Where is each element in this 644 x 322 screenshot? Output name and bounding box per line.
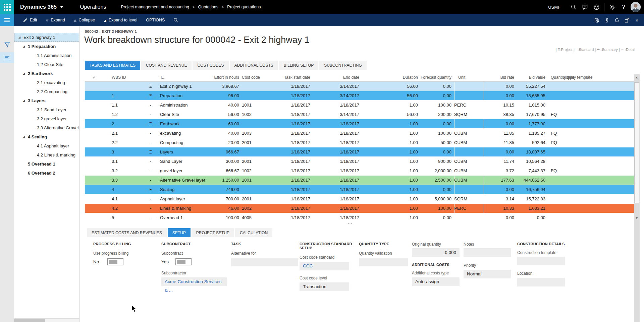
tree-item[interactable]: ◢1 Preparation: [14, 42, 79, 51]
cell-dur[interactable]: 1.00: [362, 129, 421, 138]
cell-wbs[interactable]: 2.1: [104, 129, 144, 138]
cell-fq[interactable]: 0.00: [421, 185, 454, 194]
cell-check[interactable]: [85, 129, 104, 138]
cell-qt[interactable]: [548, 194, 563, 204]
cell-value[interactable]: 17,670.95: [517, 110, 548, 119]
cell-end[interactable]: 3/14/2017: [313, 91, 362, 101]
cell-dur[interactable]: 1.00: [362, 185, 421, 194]
cell-type[interactable]: Ξ: [144, 185, 157, 194]
cell-value[interactable]: 0.00: [517, 213, 548, 222]
cell-rate[interactable]: 88.35: [483, 110, 517, 119]
expand-to-level-button[interactable]: ◢ Expand to level: [99, 14, 142, 26]
column-header-effort[interactable]: Effort in hours: [198, 75, 242, 80]
cell-qt[interactable]: [548, 82, 563, 91]
column-header-task[interactable]: T...: [157, 75, 198, 80]
tree-item[interactable]: 4.1 Asphalt layer: [14, 141, 79, 150]
grid-row[interactable]: ΞExit 2 highway 13,968.671/18/20173/14/2…: [85, 82, 637, 91]
subcontractor-field[interactable]: Acme Construction Services & ...: [161, 277, 227, 286]
cell-start[interactable]: 1/18/2017: [282, 166, 313, 176]
additional-costs-type-field[interactable]: Auto-assign: [412, 277, 460, 286]
cell-type[interactable]: Ξ: [144, 82, 157, 91]
tree-item[interactable]: ◢Exit 2 highway 1: [14, 33, 79, 42]
cell-end[interactable]: 1/18/2017: [313, 176, 362, 185]
cell-value[interactable]: 15,722.83: [517, 194, 548, 204]
cell-wbs[interactable]: 4: [104, 185, 144, 194]
cell-wbs[interactable]: [104, 82, 144, 91]
more-rows-indicator[interactable]: ...: [348, 220, 353, 225]
cell-dur[interactable]: 1.00: [362, 101, 421, 110]
cell-act[interactable]: [563, 157, 637, 166]
refresh-icon[interactable]: [612, 14, 622, 26]
scrollbar-thumb[interactable]: [14, 319, 45, 322]
cell-rate[interactable]: 0.00: [483, 147, 517, 157]
cell-end[interactable]: 1/18/2017: [313, 138, 362, 147]
column-header-unit[interactable]: Unit: [454, 75, 483, 80]
filter-panel-button[interactable]: [0, 40, 14, 50]
cell-fq[interactable]: 0.00: [421, 213, 454, 222]
scrollbar-thumb[interactable]: [634, 82, 639, 203]
cell-value[interactable]: 10,564.28: [517, 157, 548, 166]
cell-type[interactable]: -: [144, 176, 157, 185]
cell-check[interactable]: [85, 91, 104, 101]
cell-effort[interactable]: 96.00: [198, 91, 242, 101]
cell-start[interactable]: 1/18/2017: [282, 147, 313, 157]
cell-code[interactable]: 1003: [242, 129, 282, 138]
tree-item[interactable]: 2.1 excavating: [14, 78, 79, 87]
tree-expand-caret-icon[interactable]: ◢: [23, 135, 26, 138]
cell-task[interactable]: Sand Layer: [157, 157, 198, 166]
cell-code[interactable]: 1001: [242, 176, 282, 185]
cell-value[interactable]: 1,015.00: [517, 101, 548, 110]
detail-tab-estimated-costs-and-revenues[interactable]: ESTIMATED COSTS AND REVENUES: [87, 228, 167, 237]
tree-item[interactable]: 1.2 Clear Site: [14, 60, 79, 69]
cell-start[interactable]: 1/18/2017: [282, 129, 313, 138]
cell-wbs[interactable]: 2.2: [104, 138, 144, 147]
cell-dur[interactable]: 1.00: [362, 138, 421, 147]
cell-check[interactable]: [85, 176, 104, 185]
tree-expand-caret-icon[interactable]: ◢: [18, 36, 22, 39]
cell-fq[interactable]: 0.00: [421, 147, 454, 157]
cell-effort[interactable]: 3,968.67: [198, 82, 242, 91]
cell-code[interactable]: [242, 91, 282, 101]
cell-start[interactable]: 1/18/2017: [282, 194, 313, 204]
cell-code[interactable]: 1001: [242, 101, 282, 110]
app-launcher-waffle-icon[interactable]: [0, 0, 14, 14]
cell-value[interactable]: 444,062.50: [517, 176, 548, 185]
cell-task[interactable]: Preparation: [157, 91, 198, 101]
cell-rate[interactable]: 0.00: [483, 185, 517, 194]
cell-unit[interactable]: SQRM: [454, 110, 483, 119]
cell-act[interactable]: [563, 110, 637, 119]
cell-fq[interactable]: 100.00: [421, 129, 454, 138]
tree-horizontal-scrollbar[interactable]: [14, 318, 79, 322]
cell-end[interactable]: 1/18/2017: [313, 101, 362, 110]
cell-value[interactable]: 1,777.90: [517, 119, 548, 129]
cell-fq[interactable]: 5,000.00: [421, 194, 454, 204]
tree-item[interactable]: 1.1 Administration: [14, 51, 79, 60]
cell-fq[interactable]: 0.00: [421, 91, 454, 101]
cell-effort[interactable]: 100.00: [198, 213, 242, 222]
breadcrumb-item[interactable]: Project quotations: [225, 5, 263, 9]
column-header-qt[interactable]: Quantity type: [548, 75, 563, 80]
cell-dur[interactable]: 56.00: [362, 82, 421, 91]
cell-qt[interactable]: [548, 147, 563, 157]
tree-item[interactable]: 5 Overhead 1: [14, 159, 79, 169]
cell-effort[interactable]: 40.00: [198, 101, 242, 110]
cell-effort[interactable]: 1,250.00: [198, 176, 242, 185]
column-header-act[interactable]: Activity template: [563, 75, 637, 80]
cell-task[interactable]: gravel layer: [157, 166, 198, 176]
cell-wbs[interactable]: 3.1: [104, 157, 144, 166]
tree-item[interactable]: 6 Overhead 2: [14, 169, 79, 178]
grid-row[interactable]: 1.2-Clear Site56.0010021/18/20173/14/201…: [85, 110, 637, 119]
cell-fq[interactable]: 50.00: [421, 138, 454, 147]
cell-effort[interactable]: 60.00: [198, 119, 242, 129]
company-selector[interactable]: USMF: [548, 5, 560, 10]
grid-row[interactable]: 3ΞLayers966.671/18/20171/18/20171.000.00…: [85, 147, 637, 157]
cell-task[interactable]: Compacting: [157, 138, 198, 147]
cell-code[interactable]: [242, 185, 282, 194]
cell-task[interactable]: Overhead 1: [157, 213, 198, 222]
cell-act[interactable]: [563, 129, 637, 138]
cell-qt[interactable]: FQ: [548, 110, 563, 119]
cell-unit[interactable]: PERC: [454, 101, 483, 110]
cell-start[interactable]: 1/18/2017: [282, 91, 313, 101]
scroll-up-arrow-icon[interactable]: ▲: [634, 76, 640, 79]
cost-code-level-field[interactable]: Transaction: [300, 282, 349, 291]
